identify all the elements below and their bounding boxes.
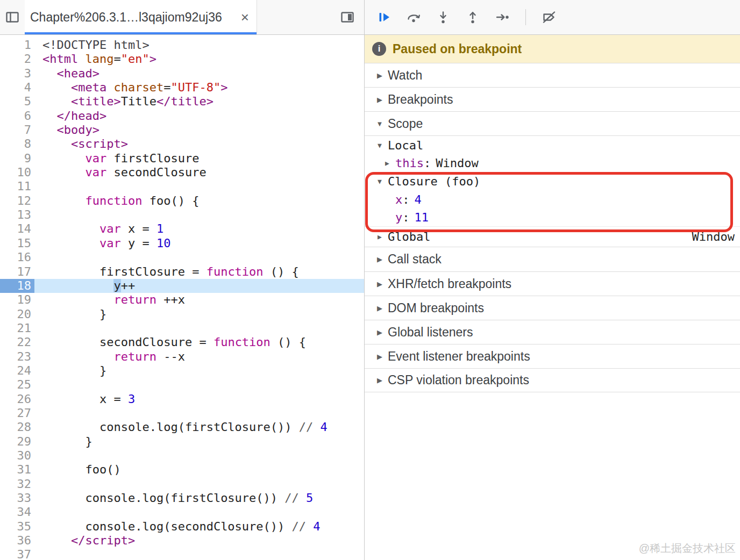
code-text[interactable] bbox=[34, 406, 42, 420]
step-over-button[interactable] bbox=[404, 5, 423, 29]
section-call-stack[interactable]: Call stack bbox=[365, 247, 740, 271]
line-number[interactable]: 25 bbox=[0, 378, 34, 392]
line-number[interactable]: 7 bbox=[0, 123, 34, 137]
code-text[interactable] bbox=[34, 250, 42, 264]
line-number[interactable]: 20 bbox=[0, 307, 34, 321]
pane-toggle-button[interactable] bbox=[335, 0, 360, 34]
line-number[interactable]: 3 bbox=[0, 67, 34, 81]
line-number[interactable]: 29 bbox=[0, 435, 34, 449]
line-number[interactable]: 36 bbox=[0, 534, 34, 548]
code-text[interactable]: } bbox=[34, 307, 106, 321]
source-editor[interactable]: 1<!DOCTYPE html>2<html lang="en">3 <head… bbox=[0, 35, 365, 560]
code-text[interactable]: var y = 10 bbox=[34, 236, 170, 250]
code-text[interactable]: } bbox=[34, 364, 106, 378]
line-number[interactable]: 2 bbox=[0, 52, 34, 66]
code-text[interactable]: console.log(secondClosure()) // 4 bbox=[34, 520, 321, 534]
line-number[interactable]: 26 bbox=[0, 392, 34, 406]
code-text[interactable]: var firstClosure bbox=[34, 152, 199, 166]
code-text[interactable]: </script> bbox=[34, 534, 135, 548]
code-text[interactable] bbox=[34, 505, 42, 519]
deactivate-breakpoints-button[interactable] bbox=[539, 5, 559, 29]
scope-var-y[interactable]: y: 11 bbox=[365, 209, 740, 226]
line-number[interactable]: 33 bbox=[0, 491, 34, 505]
resume-button[interactable] bbox=[374, 5, 394, 29]
step-into-button[interactable] bbox=[433, 5, 453, 29]
section-scope[interactable]: Scope bbox=[365, 111, 740, 135]
line-number[interactable]: 23 bbox=[0, 350, 34, 364]
line-number[interactable]: 18 bbox=[0, 279, 34, 293]
step-out-button[interactable] bbox=[463, 5, 482, 29]
code-text[interactable]: var secondClosure bbox=[34, 166, 207, 180]
section-xhr-breakpoints[interactable]: XHR/fetch breakpoints bbox=[365, 271, 740, 296]
code-text[interactable]: return --x bbox=[34, 350, 185, 364]
line-number[interactable]: 22 bbox=[0, 335, 34, 349]
line-number[interactable]: 16 bbox=[0, 250, 34, 264]
line-number[interactable]: 27 bbox=[0, 406, 34, 420]
line-number[interactable]: 30 bbox=[0, 449, 34, 463]
section-watch[interactable]: Watch bbox=[365, 63, 740, 87]
line-number[interactable]: 10 bbox=[0, 166, 34, 180]
code-text[interactable]: y++ bbox=[34, 279, 135, 293]
line-number[interactable]: 24 bbox=[0, 364, 34, 378]
line-number[interactable]: 32 bbox=[0, 477, 34, 491]
line-number[interactable]: 5 bbox=[0, 95, 34, 109]
scope-global[interactable]: Global Window bbox=[365, 226, 740, 247]
code-text[interactable]: console.log(firstClosure()) // 4 bbox=[34, 420, 328, 434]
code-text[interactable]: return ++x bbox=[34, 293, 185, 307]
line-number[interactable]: 13 bbox=[0, 208, 34, 222]
section-event-listener-breakpoints[interactable]: Event listener breakpoints bbox=[365, 344, 740, 368]
line-number[interactable]: 21 bbox=[0, 321, 34, 335]
code-text[interactable]: <head> bbox=[34, 67, 99, 81]
line-number[interactable]: 14 bbox=[0, 222, 34, 236]
code-text[interactable]: </head> bbox=[34, 109, 106, 123]
code-text[interactable]: <title>Title</title> bbox=[34, 95, 214, 109]
line-number[interactable]: 31 bbox=[0, 463, 34, 477]
navigator-toggle-button[interactable] bbox=[0, 0, 25, 34]
code-text[interactable]: <!DOCTYPE html> bbox=[34, 38, 150, 52]
code-text[interactable] bbox=[34, 321, 42, 335]
code-text[interactable] bbox=[34, 378, 42, 392]
line-number[interactable]: 37 bbox=[0, 548, 34, 560]
step-button[interactable] bbox=[493, 5, 512, 29]
code-text[interactable]: function foo() { bbox=[34, 194, 199, 208]
line-number[interactable]: 4 bbox=[0, 81, 34, 95]
code-text[interactable] bbox=[34, 180, 42, 193]
section-global-listeners[interactable]: Global listeners bbox=[365, 320, 740, 344]
code-text[interactable]: <html lang="en"> bbox=[34, 52, 156, 66]
line-number[interactable]: 9 bbox=[0, 152, 34, 166]
code-text[interactable]: foo() bbox=[34, 463, 121, 477]
line-number[interactable]: 6 bbox=[0, 109, 34, 123]
line-number[interactable]: 1 bbox=[0, 38, 34, 52]
code-text[interactable]: console.log(firstClosure()) // 5 bbox=[34, 491, 313, 505]
line-number[interactable]: 11 bbox=[0, 180, 34, 193]
code-text[interactable]: <script> bbox=[34, 137, 128, 151]
code-text[interactable]: firstClosure = function () { bbox=[34, 265, 299, 279]
code-text[interactable]: x = 3 bbox=[34, 392, 135, 406]
line-number[interactable]: 35 bbox=[0, 520, 34, 534]
line-number[interactable]: 8 bbox=[0, 137, 34, 151]
code-text[interactable]: <body> bbox=[34, 123, 99, 137]
line-number[interactable]: 34 bbox=[0, 505, 34, 519]
line-number[interactable]: 19 bbox=[0, 293, 34, 307]
section-csp-breakpoints[interactable]: CSP violation breakpoints bbox=[365, 368, 740, 392]
scope-this[interactable]: this: Window bbox=[365, 154, 740, 172]
code-text[interactable]: } bbox=[34, 435, 92, 449]
code-text[interactable] bbox=[34, 449, 42, 463]
scope-var-x[interactable]: x: 4 bbox=[365, 191, 740, 209]
section-breakpoints[interactable]: Breakpoints bbox=[365, 87, 740, 111]
scope-local[interactable]: Local bbox=[365, 136, 740, 154]
code-text[interactable] bbox=[34, 208, 42, 222]
close-icon[interactable]: × bbox=[241, 10, 249, 24]
section-dom-breakpoints[interactable]: DOM breakpoints bbox=[365, 296, 740, 320]
code-text[interactable]: <meta charset="UTF-8"> bbox=[34, 81, 227, 95]
code-text[interactable]: var x = 1 bbox=[34, 222, 163, 236]
line-number[interactable]: 17 bbox=[0, 265, 34, 279]
line-number[interactable]: 12 bbox=[0, 194, 34, 208]
code-text[interactable]: secondClosure = function () { bbox=[34, 335, 306, 349]
code-text[interactable] bbox=[34, 548, 42, 560]
code-text[interactable] bbox=[34, 477, 42, 491]
file-tab[interactable]: Chapter%206.3.1…l3qajiom92uj36 × bbox=[25, 0, 257, 34]
scope-closure-foo[interactable]: Closure (foo) bbox=[365, 172, 740, 191]
line-number[interactable]: 28 bbox=[0, 420, 34, 434]
line-number[interactable]: 15 bbox=[0, 236, 34, 250]
